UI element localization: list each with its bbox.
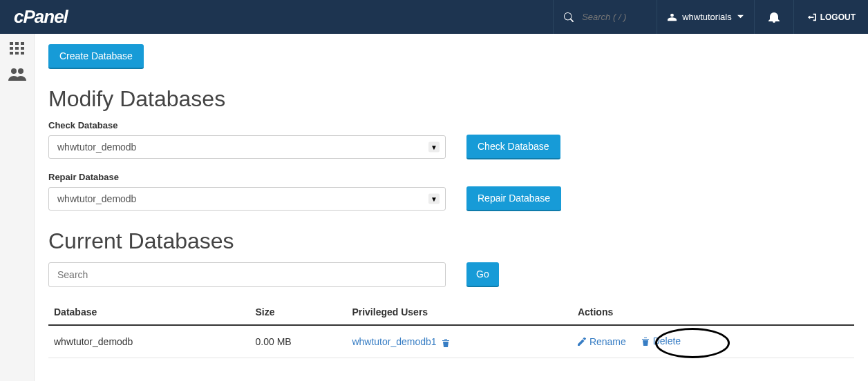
header-bar: cPanel whwtutorials LOGOUT bbox=[0, 0, 868, 34]
col-database: Database bbox=[48, 300, 250, 325]
bell-icon bbox=[768, 12, 780, 23]
caret-down-icon: ▼ bbox=[428, 194, 440, 204]
svg-rect-3 bbox=[21, 42, 24, 45]
main-content: Create Database Modify Databases Check D… bbox=[35, 34, 868, 381]
grid-icon bbox=[10, 42, 25, 55]
check-database-selected: whwtutor_demodb bbox=[57, 141, 136, 153]
user-icon bbox=[668, 12, 677, 21]
col-users: Privileged Users bbox=[346, 300, 572, 325]
col-size: Size bbox=[250, 300, 347, 325]
rename-label: Rename bbox=[589, 336, 626, 347]
repair-database-button[interactable]: Repair Database bbox=[466, 186, 561, 211]
cell-users: whwtutor_demodb1 bbox=[346, 325, 572, 358]
repair-database-label: Repair Database bbox=[48, 172, 854, 182]
privileged-user-link[interactable]: whwtutor_demodb1 bbox=[352, 336, 436, 347]
pencil-icon bbox=[578, 338, 586, 346]
delete-label: Delete bbox=[653, 335, 681, 346]
remove-user-button[interactable] bbox=[442, 336, 450, 347]
sidebar-users-button[interactable] bbox=[8, 67, 26, 81]
trash-icon bbox=[442, 338, 450, 347]
cpanel-logo: cPanel bbox=[0, 7, 553, 28]
svg-rect-9 bbox=[21, 52, 24, 55]
current-databases-heading: Current Databases bbox=[48, 228, 854, 254]
table-row: whwtutor_demodb 0.00 MB whwtutor_demodb1… bbox=[48, 325, 854, 358]
check-database-button[interactable]: Check Database bbox=[466, 135, 560, 159]
header-search[interactable] bbox=[553, 0, 657, 34]
user-menu[interactable]: whwtutorials bbox=[657, 0, 754, 34]
search-icon bbox=[564, 12, 574, 22]
username-label: whwtutorials bbox=[682, 12, 732, 22]
logout-button[interactable]: LOGOUT bbox=[793, 0, 868, 34]
repair-database-select[interactable]: whwtutor_demodb ▼ bbox=[48, 187, 446, 211]
svg-rect-8 bbox=[15, 52, 19, 55]
users-icon bbox=[8, 67, 26, 81]
svg-point-10 bbox=[11, 68, 17, 74]
svg-rect-4 bbox=[10, 47, 13, 50]
databases-table: Database Size Privileged Users Actions w… bbox=[48, 300, 854, 358]
databases-search-input[interactable] bbox=[48, 262, 446, 287]
svg-rect-7 bbox=[10, 52, 13, 55]
svg-text:cPanel: cPanel bbox=[14, 8, 69, 27]
trash-icon bbox=[641, 337, 650, 346]
logout-icon bbox=[806, 12, 816, 22]
rename-database-link[interactable]: Rename bbox=[578, 336, 626, 347]
cell-actions: Rename Delete bbox=[572, 325, 854, 358]
go-button[interactable]: Go bbox=[466, 262, 499, 287]
header-search-input[interactable] bbox=[582, 12, 644, 22]
check-database-select[interactable]: whwtutor_demodb ▼ bbox=[48, 135, 446, 159]
notifications-button[interactable] bbox=[754, 0, 793, 34]
cell-size: 0.00 MB bbox=[250, 325, 347, 358]
col-actions: Actions bbox=[572, 300, 854, 325]
caret-down-icon bbox=[737, 14, 744, 20]
svg-point-11 bbox=[18, 68, 23, 74]
sidebar-grid-button[interactable] bbox=[10, 42, 25, 55]
cell-database: whwtutor_demodb bbox=[48, 325, 250, 358]
modify-databases-heading: Modify Databases bbox=[48, 86, 854, 112]
svg-rect-6 bbox=[21, 47, 24, 50]
svg-rect-2 bbox=[15, 42, 19, 45]
caret-down-icon: ▼ bbox=[428, 142, 440, 153]
svg-rect-5 bbox=[15, 47, 19, 50]
svg-rect-1 bbox=[10, 42, 13, 45]
delete-database-link[interactable]: Delete bbox=[641, 335, 681, 346]
logout-label: LOGOUT bbox=[820, 12, 856, 22]
create-database-button[interactable]: Create Database bbox=[48, 44, 144, 69]
repair-database-selected: whwtutor_demodb bbox=[57, 193, 136, 204]
sidebar bbox=[0, 34, 35, 381]
check-database-label: Check Database bbox=[48, 120, 854, 130]
